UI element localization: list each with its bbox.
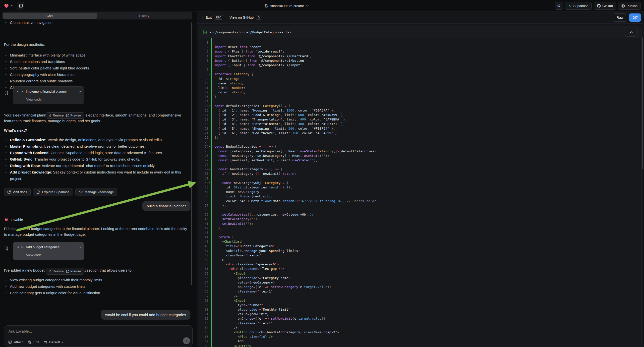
list-item: Each category gets a unique color for vi…: [4, 290, 188, 296]
code-line: 46 title="Budget Categories": [200, 244, 641, 248]
code-line: 58 <Input: [200, 298, 641, 303]
diff-tab[interactable]: Diff: [629, 14, 641, 22]
project-name: financial-future-creator: [270, 4, 304, 8]
settings-button[interactable]: ⚙: [555, 2, 563, 10]
code-line: 25 const [categories, setCategories] = R…: [200, 149, 641, 154]
sliders-icon: [44, 340, 48, 344]
list-item: Add new budget categories with custom li…: [4, 283, 188, 290]
chevron-left-icon[interactable]: [202, 16, 204, 19]
list-item: Soft, neutral color palette with light b…: [4, 65, 188, 72]
chat-scrollbar[interactable]: [191, 22, 192, 285]
code-line: 33 id: String(categories.length + 1),: [200, 185, 641, 190]
supabase-button[interactable]: Supabase: [565, 2, 592, 10]
exit-button[interactable]: Exit: [206, 16, 212, 20]
code-line: 42 };: [200, 226, 641, 230]
code-line: 37 };: [200, 203, 641, 208]
design-aesthetic-heading: For the design aesthetic:: [4, 42, 45, 47]
code-line: 64 />: [200, 326, 641, 330]
code-line: 31: [200, 176, 641, 181]
lovable-logo-icon[interactable]: [4, 3, 10, 8]
chevron-right-icon: [80, 246, 81, 248]
view-code-link[interactable]: View code: [26, 98, 42, 101]
graduation-cap-icon: [79, 190, 83, 194]
code-line: 16 { id: '1', name: 'Housing', limit: 15…: [200, 108, 641, 113]
preview-button[interactable]: Preview: [66, 114, 82, 117]
code-line: 17 { id: '2', name: 'Food & Dining', lim…: [200, 113, 641, 117]
code-line: 29 const handleAddCategory = () => {: [200, 167, 641, 172]
code-line: 54 value={newCategory}: [200, 280, 641, 285]
restore-button[interactable]: ↺Restore: [48, 114, 64, 118]
preview-button[interactable]: Preview: [66, 270, 82, 273]
explore-supabase-button[interactable]: Explore Supabase: [33, 188, 73, 196]
restore-button[interactable]: ↺Restore: [48, 270, 64, 273]
code-line: 30 if (!newCategory || !newLimit) return…: [200, 172, 641, 176]
edit-mode-button[interactable]: Edit: [28, 340, 39, 344]
code-toolbar: Exit ESC View on GitHub G Raw Diff: [197, 12, 644, 24]
code-line: 35 limit: Number(newLimit),: [200, 194, 641, 199]
bookmark-icon[interactable]: [4, 246, 8, 251]
list-item: Minimalist interface with plenty of whit…: [4, 52, 188, 58]
tab-history[interactable]: History: [97, 13, 192, 19]
bookmark-icon[interactable]: [4, 91, 8, 95]
sidebar-toggle-button[interactable]: [17, 2, 24, 10]
code-line: 9 id: string;: [200, 77, 641, 81]
chat-input[interactable]: [8, 329, 180, 333]
chevron-down-icon[interactable]: [11, 5, 14, 6]
user-message: would be cool if you could add budget ca…: [101, 310, 190, 320]
code-line: 32 const newCategoryObj: Category = {: [200, 181, 641, 185]
code-line: 47 subtitle="Manage your spending limits…: [200, 249, 641, 253]
visit-docs-button[interactable]: Visit docs: [4, 188, 30, 196]
file-card: src/components/budget/BudgetCategories.t…: [199, 26, 642, 347]
view-on-github-button[interactable]: View on GitHub: [230, 16, 254, 20]
more-menu-icon[interactable]: ···: [186, 218, 190, 222]
github-icon: [597, 4, 601, 8]
code-line: 51 <div className="flex gap-4">: [200, 266, 641, 271]
send-button[interactable]: ↑: [183, 337, 190, 344]
image-plus-icon: [8, 340, 12, 344]
project-selector[interactable]: financial-future-creator: [264, 0, 309, 12]
code-line: 22];: [200, 136, 641, 140]
code-line: 5import { Button } from '@/components/ui…: [200, 58, 641, 63]
file-header[interactable]: src/components/budget/BudgetCategories.t…: [200, 26, 641, 38]
code-line: 53 placeholder="Category name": [200, 276, 641, 280]
code-line: 50 <div className="space-y-6">: [200, 262, 641, 266]
chevron-down-icon: [306, 5, 309, 6]
code-line: 20 { id: '5', name: 'Shopping', limit: 2…: [200, 126, 641, 131]
tab-chat[interactable]: Chat: [3, 13, 97, 19]
code-line: 10 name: string;: [200, 81, 641, 86]
code-line: 4import ChartCard from '@/components/ui/…: [200, 54, 641, 58]
list-item: GitHub Sync: Transfer your project's cod…: [4, 156, 189, 162]
code-line: 57 />: [200, 294, 641, 298]
model-selector[interactable]: Default: [44, 340, 64, 344]
code-line: 23: [200, 140, 641, 144]
manage-knowledge-button[interactable]: Manage knowledge: [76, 188, 117, 196]
raw-tab[interactable]: Raw: [613, 14, 627, 22]
code-line: 63 className="flex-1": [200, 321, 641, 326]
publish-button[interactable]: Publish: [618, 2, 641, 10]
code-line: 24const BudgetCategories = () => {: [200, 144, 641, 149]
ready-paragraph: Your sleek financial planner is now read…: [4, 112, 184, 124]
code-line: 44 return (: [200, 235, 641, 240]
code-icon: < >: [17, 246, 24, 249]
target-icon: [28, 340, 32, 344]
attach-button[interactable]: Attach: [8, 340, 24, 344]
code-line: 34 name: newCategory,: [200, 190, 641, 194]
code-icon: < >: [17, 90, 24, 93]
gear-icon: ⚙: [557, 4, 560, 8]
version-card-implement-financial-planner[interactable]: < > Implement financial planner View cod…: [13, 86, 84, 104]
version-card-add-budget-categories[interactable]: < > Add budget categories View code: [13, 242, 84, 260]
code-line: 6import { Input } from '@/components/ui/…: [200, 63, 641, 68]
code-line: 59 type="number": [200, 303, 641, 308]
list-item: View existing budget categories with the…: [4, 277, 188, 283]
list-item: Clean typography with clear hierarchies: [4, 72, 188, 78]
code-line: 26 const [newCategory, setNewCategory] =…: [200, 154, 641, 158]
collapse-file-button[interactable]: [625, 28, 638, 36]
code-line: 43: [200, 230, 641, 235]
github-button[interactable]: GitHub: [594, 2, 616, 10]
code-line: 62 onChange={(e) => setNewLimit(e.target…: [200, 316, 641, 321]
code-panel: Exit ESC View on GitHub G Raw Diff src/c…: [197, 12, 644, 347]
code-scrollbar[interactable]: [642, 37, 643, 169]
code-line: 67 Add: [200, 339, 641, 344]
globe-icon: [264, 4, 268, 8]
view-code-link[interactable]: View code: [26, 253, 42, 257]
